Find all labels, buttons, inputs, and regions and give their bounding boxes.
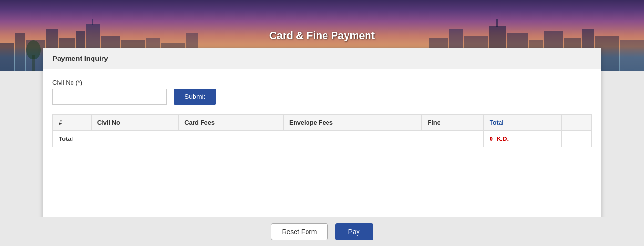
total-label-cell: Total bbox=[53, 131, 484, 147]
svg-rect-17 bbox=[496, 19, 498, 27]
col-action bbox=[562, 115, 592, 131]
table-body: Total 0 K.D. bbox=[53, 131, 592, 147]
modal-body: Civil No (*) Submit # Civil No Card Fees… bbox=[43, 69, 601, 157]
table-header: # Civil No Card Fees Envelope Fees Fine … bbox=[53, 115, 592, 131]
civil-no-group: Civil No (*) bbox=[52, 79, 167, 105]
svg-rect-26 bbox=[32, 55, 35, 71]
total-value: 0 bbox=[490, 135, 493, 142]
col-total: Total bbox=[483, 115, 562, 131]
form-row: Civil No (*) Submit bbox=[52, 79, 592, 105]
page-wrapper: Card & Fine Payment Payment Inquiry Civi… bbox=[0, 0, 644, 246]
svg-rect-7 bbox=[92, 19, 93, 25]
data-table: # Civil No Card Fees Envelope Fees Fine … bbox=[52, 114, 592, 147]
total-currency: K.D. bbox=[496, 135, 509, 142]
civil-no-input[interactable] bbox=[52, 89, 167, 105]
civil-no-label: Civil No (*) bbox=[52, 79, 167, 86]
total-value-cell: 0 K.D. bbox=[483, 131, 562, 147]
col-card-fees: Card Fees bbox=[179, 115, 284, 131]
modal-header: Payment Inquiry bbox=[43, 48, 601, 69]
col-civil-no: Civil No bbox=[91, 115, 179, 131]
footer-bar: Reset Form Pay bbox=[0, 217, 644, 246]
reset-button[interactable]: Reset Form bbox=[271, 223, 327, 240]
svg-rect-1 bbox=[15, 33, 25, 71]
pay-button[interactable]: Pay bbox=[335, 223, 373, 240]
total-action-cell bbox=[562, 131, 592, 147]
submit-button[interactable]: Submit bbox=[174, 89, 216, 105]
svg-rect-0 bbox=[0, 43, 14, 71]
col-hash: # bbox=[53, 115, 92, 131]
col-envelope-fees: Envelope Fees bbox=[284, 115, 422, 131]
svg-rect-24 bbox=[620, 40, 644, 71]
col-fine: Fine bbox=[422, 115, 483, 131]
hero-title: Card & Fine Payment bbox=[269, 30, 375, 42]
modal-header-title: Payment Inquiry bbox=[52, 54, 108, 62]
table-row-total: Total 0 K.D. bbox=[53, 131, 592, 147]
modal-card: Payment Inquiry Civil No (*) Submit bbox=[43, 48, 601, 224]
